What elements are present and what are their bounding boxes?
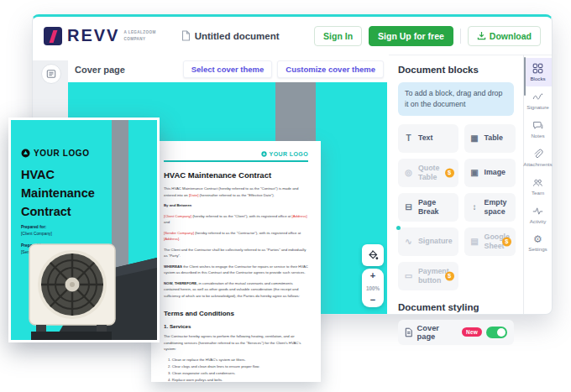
rail-item-activity[interactable]: Activity [524, 201, 552, 229]
brand-subtitle-line1: A LEGALZOOM [123, 29, 155, 35]
paint-bucket-icon [367, 249, 379, 261]
rail-item-blocks[interactable]: Blocks [524, 58, 552, 86]
zoom-out-button[interactable]: − [370, 295, 375, 305]
rail-label: Attachments [523, 161, 552, 167]
doc-paragraph: [Sender Company] (hereby referred to as … [164, 230, 308, 243]
team-icon [532, 177, 543, 188]
blocks-grid: T Text ▦ Table ◎ Quote Table $ ▣ Image [398, 124, 514, 290]
block-tile-google-sheet[interactable]: ▤ Google Sheet $ [464, 227, 516, 256]
block-tile-signature[interactable]: ∿ Signature [398, 227, 458, 256]
rail-item-team[interactable]: Team [524, 172, 552, 201]
blocks-panel: Document blocks To add a block, drag and… [389, 55, 523, 314]
quote-table-icon: ◎ [404, 168, 413, 178]
document-icon [181, 30, 191, 41]
block-tile-empty-space[interactable]: ↕ Empty space [464, 193, 516, 222]
service-item: 4. Replace worn pulleys and belts. [164, 377, 308, 382]
doc-paragraph: [Client Company] (hereby referred to as … [164, 213, 308, 226]
doc-paragraph: The Client and the Contractor shall be c… [164, 247, 308, 259]
activity-icon [532, 206, 543, 217]
hvac-unit-photo [11, 239, 157, 340]
blocks-icon [532, 63, 543, 74]
cover-page-styling-row[interactable]: Cover page New [398, 320, 514, 345]
brand-subtitle-line2: COMPANY [123, 36, 155, 42]
doc-logo-icon [261, 151, 267, 157]
signature-dot [396, 226, 401, 230]
doc-services-list: 1. Clean or replace the HVAC's system ai… [164, 357, 308, 382]
premium-badge: $ [445, 271, 454, 280]
cover-logo-icon [21, 149, 30, 158]
doc-paragraph: By and Between [164, 202, 308, 209]
rail-item-settings[interactable]: ⚙ Settings [524, 229, 552, 257]
block-tile-page-break[interactable]: ⊟ Page Break [398, 193, 458, 222]
cover-logo-text: YOUR LOGO [34, 149, 90, 158]
cover-page-doc-icon [405, 327, 413, 337]
doc-services-heading: 1. Services [164, 323, 308, 329]
rail-item-signature[interactable]: Signature [524, 86, 552, 115]
doc-paragraph: The Contractor hereby agrees to perform … [164, 333, 308, 353]
cover-page-block-icon [46, 69, 56, 79]
service-item: 3. Clean evaporator coils and condensers… [164, 370, 308, 377]
sign-in-button[interactable]: Sign In [314, 26, 362, 46]
cover-page-preview: YOUR LOGO HVAC Maintenance Contract Prep… [8, 118, 160, 342]
prepared-for-block: Prepared for: [Client Company] [21, 224, 52, 238]
block-tile-table[interactable]: ▦ Table [464, 124, 516, 153]
prepared-for-label: Prepared for: [21, 224, 52, 231]
header: REVV A LEGALZOOM COMPANY Untitled docume… [33, 17, 552, 55]
zoom-in-button[interactable]: + [370, 271, 375, 280]
text-icon: T [404, 133, 413, 144]
block-tile-quote-table[interactable]: ◎ Quote Table $ [398, 159, 458, 187]
service-item: 1. Clean or replace the HVAC's system ai… [164, 357, 308, 363]
document-styling-title: Document styling [398, 302, 514, 312]
document-page-preview: YOUR LOGO HVAC Maintenance Contract This… [151, 141, 321, 382]
prepared-for-value: [Client Company] [21, 231, 52, 238]
block-label: Text [418, 133, 432, 142]
rail-label: Notes [531, 133, 544, 139]
block-tile-image[interactable]: ▣ Image [464, 159, 516, 187]
doc-rule [164, 160, 308, 162]
rail-label: Settings [528, 246, 547, 252]
doc-services-intro: The Contractor hereby agrees to perform … [164, 333, 308, 353]
service-item: 2. Clear clogs and clean drain lines to … [164, 363, 308, 370]
document-title: Untitled document [195, 31, 280, 41]
rail-label: Activity [530, 218, 547, 224]
brand-subtitle: A LEGALZOOM COMPANY [123, 29, 155, 42]
cover-title: HVAC Maintenance Contract [21, 166, 123, 221]
page-break-icon: ⊟ [404, 202, 413, 212]
google-sheet-icon: ▤ [470, 237, 479, 247]
doc-paragraph: This HVAC Maintenance Contract (hereby r… [164, 186, 308, 198]
block-tile-payment-button[interactable]: ▭ Payment button $ [398, 262, 458, 290]
document-title-group[interactable]: Untitled document [181, 30, 280, 41]
drag-drop-hint: To add a block, drag and drop it on the … [398, 82, 514, 116]
premium-badge: $ [445, 168, 454, 177]
doc-paragraph: WHEREAS the Client wishes to engage the … [164, 264, 308, 276]
cover-page-toggle[interactable] [486, 327, 507, 338]
scrollbar-thumb[interactable] [524, 57, 526, 96]
sign-up-button[interactable]: Sign Up for free [369, 26, 453, 46]
download-button[interactable]: Download [468, 26, 541, 46]
rail-item-attachments[interactable]: Attachments [524, 144, 552, 172]
customize-cover-theme-button[interactable]: Customize cover theme [277, 60, 384, 78]
header-actions: Sign In Sign Up for free Download [314, 26, 541, 46]
block-label: Page Break [418, 198, 453, 215]
blocks-panel-title: Document blocks [398, 65, 514, 75]
download-label: Download [490, 31, 532, 41]
select-cover-theme-button[interactable]: Select cover theme [183, 60, 273, 78]
block-label: Image [485, 168, 506, 176]
rail-label: Team [532, 190, 544, 196]
cover-page-styling-label: Cover page [417, 324, 458, 341]
block-tile-text[interactable]: T Text [398, 124, 458, 153]
doc-logo: YOUR LOGO [164, 151, 308, 157]
theme-buttons: Select cover theme Customize cover theme [183, 60, 384, 78]
brand-name: REVV [67, 26, 119, 45]
header-divider [460, 29, 461, 44]
new-badge: New [462, 327, 482, 337]
table-icon: ▦ [470, 133, 479, 144]
theme-color-button[interactable] [362, 244, 384, 266]
rail-item-notes[interactable]: Notes [524, 115, 552, 144]
empty-space-icon: ↕ [470, 202, 479, 212]
signature-icon [532, 91, 543, 102]
block-label: Table [485, 133, 503, 142]
cover-page-block-button[interactable] [41, 64, 61, 84]
premium-badge: $ [502, 237, 511, 246]
nav-rail: Blocks Signature Notes [523, 55, 552, 314]
